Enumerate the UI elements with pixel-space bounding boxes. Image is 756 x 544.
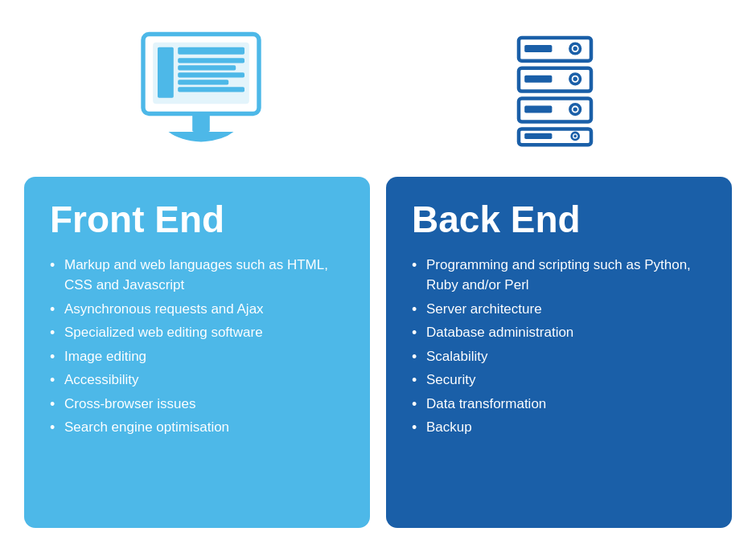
svg-rect-23 [524,133,552,139]
svg-point-13 [573,47,577,51]
back-end-card: Back End Programming and scripting such … [386,177,732,528]
svg-rect-11 [524,45,552,52]
svg-rect-3 [178,47,244,55]
list-item: Programming and scripting such as Python… [412,255,706,296]
svg-rect-7 [178,80,228,84]
list-item: Accessibility [50,370,344,391]
back-end-title: Back End [412,199,706,240]
list-item: Image editing [50,346,344,367]
list-item: Specialized web editing software [50,322,344,343]
list-item: Asynchronous requests and Ajax [50,299,344,320]
svg-rect-4 [178,58,244,63]
list-item: Security [412,370,706,391]
list-item: Search engine optimisation [50,417,344,438]
front-end-list: Markup and web languages such as HTML, C… [50,255,344,438]
svg-point-17 [573,77,577,81]
front-end-card: Front End Markup and web languages such … [24,177,370,528]
front-end-title: Front End [50,199,344,240]
icons-row [24,16,732,161]
list-item: Data transformation [412,394,706,415]
list-item: Markup and web languages such as HTML, C… [50,255,344,296]
back-end-list: Programming and scripting such as Python… [412,255,706,438]
list-item: Backup [412,417,706,438]
svg-rect-8 [178,87,244,92]
monitor-icon [42,16,360,161]
svg-rect-5 [178,65,236,70]
svg-rect-9 [192,114,210,133]
svg-rect-19 [524,106,552,113]
list-item: Database administration [412,322,706,343]
svg-rect-15 [524,76,552,83]
cards-row: Front End Markup and web languages such … [24,177,732,528]
svg-point-21 [573,107,577,111]
svg-point-25 [573,135,577,138]
svg-rect-2 [158,47,174,98]
list-item: Cross-browser issues [50,394,344,415]
server-icon [396,16,714,161]
list-item: Server architecture [412,299,706,320]
svg-rect-6 [178,72,244,77]
list-item: Scalability [412,346,706,367]
